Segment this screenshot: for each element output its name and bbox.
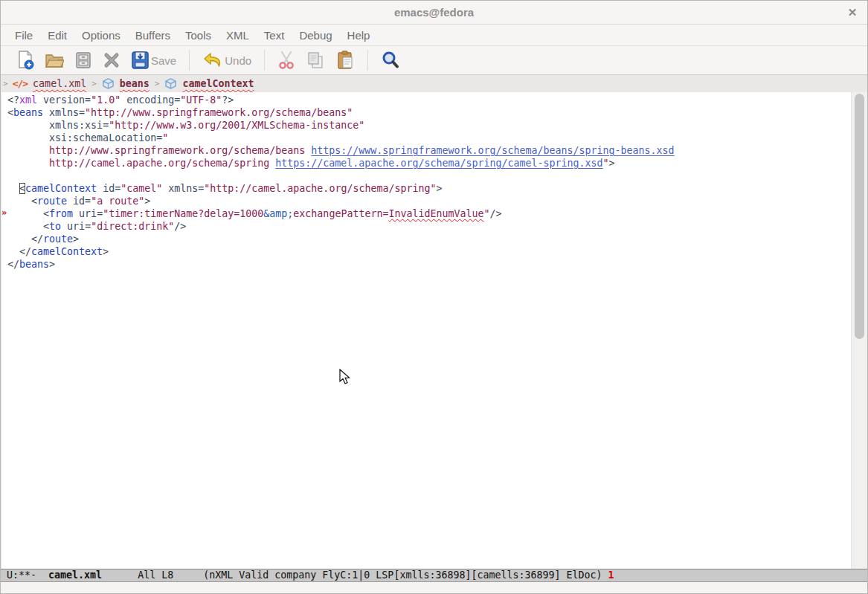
code-token: =	[97, 208, 103, 219]
modeline-buffer-name: camel.xml	[48, 569, 102, 581]
code-token: />	[174, 221, 186, 232]
new-file-button[interactable]	[16, 51, 34, 70]
menu-item-help[interactable]: Help	[340, 26, 378, 45]
code-token: "	[162, 132, 168, 143]
code-token	[7, 233, 31, 245]
breadcrumb-leading-chevron: >	[3, 79, 8, 88]
scrollbar-track[interactable]	[851, 92, 867, 569]
menu-bar: FileEditOptionsBuffersToolsXMLTextDebugH…	[1, 25, 867, 46]
code-token	[7, 120, 49, 131]
menu-item-text[interactable]: Text	[257, 26, 292, 45]
url-link[interactable]: https://camel.apache.org/schema/spring/c…	[275, 158, 602, 169]
emacs-window: emacs@fedora ✕ FileEditOptionsBuffersToo…	[0, 0, 868, 594]
close-x-icon	[103, 51, 120, 69]
menu-item-xml[interactable]: XML	[219, 26, 257, 45]
directory-button[interactable]	[74, 51, 92, 69]
text-cursor: <	[19, 183, 25, 194]
scrollbar-thumb[interactable]	[855, 94, 864, 339]
menu-item-edit[interactable]: Edit	[40, 26, 74, 45]
code-line: xsi:schemaLocation="	[1, 132, 852, 144]
breadcrumb-separator: >	[91, 79, 97, 88]
copy-pages-icon	[306, 51, 325, 70]
code-token: "direct:drink"	[91, 221, 174, 232]
code-token: >	[103, 246, 109, 257]
code-token	[7, 208, 43, 219]
code-token: "a route"	[91, 196, 144, 207]
save-button[interactable]: Save	[131, 51, 176, 70]
breadcrumb: ></>camel.xml>beans>camelContext	[1, 75, 867, 92]
modeline-error-count: 1	[608, 569, 614, 581]
breadcrumb-item-beans[interactable]: beans	[120, 78, 150, 89]
code-line: </beans>	[1, 258, 852, 271]
code-token: >	[49, 259, 55, 270]
toolbar-separator	[264, 50, 265, 71]
code-token: <?	[7, 94, 19, 106]
undo-arrow-icon	[202, 51, 223, 69]
code-line: http://camel.apache.org/schema/spring ht…	[1, 157, 852, 170]
modeline-modes: (nXML Valid company FlyC:1|0 LSP[xmlls:3…	[203, 569, 608, 581]
code-token: :	[79, 120, 85, 131]
window-title: emacs@fedora	[1, 6, 867, 19]
open-file-button[interactable]	[45, 51, 64, 69]
search-button[interactable]	[381, 51, 400, 70]
editor-buffer[interactable]: <?xml version="1.0" encoding="UTF-8"?><b…	[1, 92, 852, 569]
mouse-pointer	[339, 369, 350, 385]
cube-icon	[102, 78, 115, 89]
save-button-label: Save	[151, 54, 176, 67]
open-folder-icon	[45, 51, 64, 69]
code-token	[67, 196, 73, 207]
new-file-icon	[16, 51, 34, 70]
code-token: camelContext	[31, 246, 103, 257]
close-buffer-button[interactable]	[103, 51, 120, 69]
undo-button[interactable]: Undo	[202, 51, 251, 69]
search-icon	[381, 51, 400, 70]
code-token: encoding	[126, 94, 174, 106]
code-line: <?xml version="1.0" encoding="UTF-8"?>	[1, 94, 852, 106]
code-token	[73, 208, 79, 219]
code-token	[7, 183, 19, 194]
code-token: =	[103, 120, 109, 131]
tool-bar: Save Undo	[1, 46, 867, 75]
url-link[interactable]: https://www.springframework.org/schema/b…	[311, 145, 674, 156]
code-token: beans	[13, 107, 43, 118]
code-token	[7, 158, 49, 169]
code-line: <to uri="direct:drink"/>	[1, 220, 852, 233]
code-token	[7, 221, 43, 232]
code-token: </	[19, 246, 31, 257]
copy-button[interactable]	[306, 51, 325, 70]
paste-button[interactable]	[335, 51, 355, 70]
clipboard-icon	[335, 51, 355, 70]
code-token: xsi	[85, 120, 103, 131]
code-token: "	[603, 158, 609, 169]
code-token	[37, 94, 43, 106]
cube-icon	[164, 78, 177, 89]
code-token: http://www.springframework.org/schema/be…	[49, 145, 311, 156]
menu-item-tools[interactable]: Tools	[178, 26, 219, 45]
code-token	[97, 183, 103, 194]
breadcrumb-item-camelcontext[interactable]: camelContext	[182, 78, 254, 89]
code-token: >	[144, 196, 150, 207]
cut-button[interactable]	[277, 51, 295, 70]
code-token: http://camel.apache.org/schema/spring	[49, 158, 275, 169]
toolbar-separator	[189, 50, 190, 71]
code-token: :	[67, 132, 73, 143]
save-disk-icon	[131, 51, 150, 70]
code-token: =	[156, 132, 162, 143]
code-token: <	[31, 196, 37, 207]
menu-item-options[interactable]: Options	[74, 26, 128, 45]
code-token	[61, 221, 67, 232]
menu-item-file[interactable]: File	[7, 26, 40, 45]
breadcrumb-separator: >	[155, 79, 160, 88]
menu-item-debug[interactable]: Debug	[292, 26, 339, 45]
code-token: version	[43, 94, 85, 106]
breadcrumb-item-camel.xml[interactable]: camel.xml	[33, 78, 86, 89]
code-token: <	[43, 208, 49, 219]
code-token: />	[490, 208, 502, 219]
code-token: xmlns	[168, 183, 198, 194]
code-token: xmlns	[49, 120, 79, 131]
menu-item-buffers[interactable]: Buffers	[128, 26, 178, 45]
close-window-icon[interactable]: ✕	[845, 5, 860, 20]
echo-area[interactable]	[1, 582, 867, 594]
code-token	[7, 132, 49, 143]
modeline-state: U:**-	[7, 569, 48, 581]
